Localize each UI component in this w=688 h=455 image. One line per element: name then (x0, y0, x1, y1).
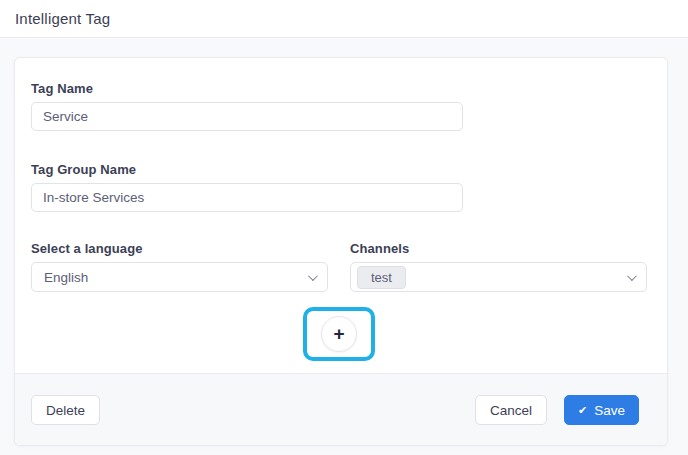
page-header: Intelligent Tag (0, 0, 688, 38)
language-label: Select a language (31, 241, 328, 256)
tag-form-card: Tag Name Tag Group Name Select a languag… (14, 57, 668, 446)
language-field: Select a language English (31, 241, 328, 292)
plus-icon: + (333, 324, 344, 343)
tag-form: Tag Name Tag Group Name Select a languag… (15, 58, 667, 373)
add-row: + (31, 307, 647, 361)
language-select-value: English (44, 270, 308, 285)
tag-name-field: Tag Name (31, 81, 647, 131)
check-icon: ✔ (578, 405, 587, 416)
channels-chip-list: test (363, 266, 627, 289)
plus-button-highlight: + (303, 307, 375, 361)
page-title: Intelligent Tag (15, 10, 110, 27)
chevron-down-icon (308, 271, 318, 281)
channels-field: Channels test (350, 241, 647, 292)
tag-group-name-label: Tag Group Name (31, 162, 647, 177)
channels-label: Channels (350, 241, 647, 256)
delete-button[interactable]: Delete (31, 395, 100, 425)
save-button-label: Save (594, 403, 625, 418)
tag-name-label: Tag Name (31, 81, 647, 96)
add-tag-button[interactable]: + (321, 316, 357, 352)
tag-group-name-input[interactable] (31, 183, 463, 212)
page-body: Tag Name Tag Group Name Select a languag… (0, 38, 688, 446)
select-row: Select a language English Channels test (31, 241, 647, 292)
channel-chip[interactable]: test (357, 266, 406, 289)
cancel-button[interactable]: Cancel (475, 395, 547, 425)
save-button[interactable]: ✔ Save (564, 395, 639, 425)
chevron-down-icon (627, 271, 637, 281)
tag-group-name-field: Tag Group Name (31, 162, 647, 212)
tag-name-input[interactable] (31, 102, 463, 131)
form-footer: Delete Cancel ✔ Save (15, 373, 667, 445)
language-select[interactable]: English (31, 262, 328, 292)
channels-select[interactable]: test (350, 262, 647, 292)
